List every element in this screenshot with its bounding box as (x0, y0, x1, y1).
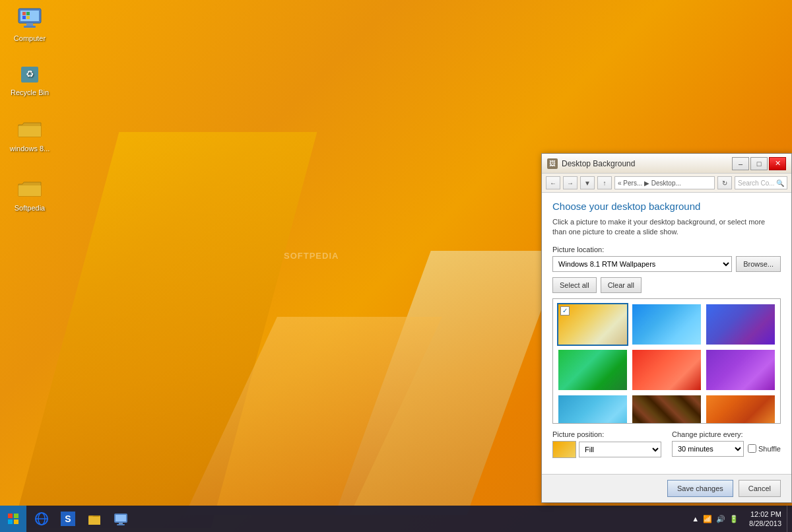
recycle-icon-label: Recycle Bin (11, 88, 49, 97)
desktop: SOFTPEDIA Computer ♻ Recycle Bin (0, 0, 792, 532)
title-bar-buttons: – □ ✕ (732, 157, 786, 170)
svg-rect-3 (24, 26, 36, 28)
wallpaper-thumb-5 (632, 350, 701, 390)
change-row: 30 minutes Shuffle (672, 441, 781, 457)
taskbar-items: S (26, 507, 686, 531)
up-button[interactable]: ↑ (597, 176, 612, 189)
show-desktop-button[interactable] (787, 506, 792, 532)
network-icon: 📶 (703, 515, 712, 523)
battery-icon: 🔋 (729, 515, 739, 523)
computer-icon-label: Computer (14, 34, 46, 43)
svg-rect-5 (26, 12, 30, 15)
dropdown-button[interactable]: ▼ (580, 176, 595, 189)
wallpaper-item-4[interactable] (557, 349, 628, 391)
desktop-icon-computer[interactable]: Computer (7, 5, 53, 43)
wallpaper-item-6[interactable] (705, 349, 776, 391)
address-input[interactable]: « Pers... ▶ Desktop... (614, 176, 715, 189)
address-bar: ← → ▼ ↑ « Pers... ▶ Desktop... ↻ Search … (542, 174, 791, 193)
wallpaper-thumb-2 (632, 304, 701, 345)
taskbar-item-skydrive[interactable]: S (55, 507, 81, 531)
cancel-button[interactable]: Cancel (739, 480, 781, 497)
tray-up-arrow[interactable]: ▲ (692, 515, 699, 523)
taskbar: S ▲ 📶 🔊 (0, 506, 792, 532)
taskbar-item-explorer[interactable] (82, 507, 107, 531)
search-placeholder: Search Co... (738, 180, 775, 187)
forward-button[interactable]: → (563, 176, 578, 189)
bottom-controls: Picture position: Fill Change picture ev… (552, 430, 781, 458)
svg-rect-11 (14, 514, 18, 518)
dialog-subtitle: Click a picture to make it your desktop … (552, 217, 781, 238)
clock-date: 8/28/2013 (749, 519, 781, 528)
svg-rect-2 (26, 23, 33, 26)
svg-rect-6 (22, 16, 26, 19)
svg-rect-12 (8, 519, 13, 524)
minimize-button[interactable]: – (732, 157, 749, 170)
wallpaper-thumb-9 (706, 395, 775, 424)
wallpaper-item-7[interactable] (557, 394, 628, 424)
svg-text:♻: ♻ (26, 69, 34, 79)
picture-location-select[interactable]: Windows 8.1 RTM Wallpapers (552, 256, 732, 272)
taskbar-item-ie[interactable] (29, 507, 54, 531)
browse-button[interactable]: Browse... (736, 256, 781, 272)
picture-position-label: Picture position: (552, 430, 661, 438)
rdp-icon (114, 512, 128, 526)
select-all-button[interactable]: Select all (552, 277, 597, 293)
svg-rect-10 (8, 514, 13, 518)
skydrive-icon: S (61, 512, 75, 526)
close-button[interactable]: ✕ (769, 157, 786, 170)
taskbar-clock[interactable]: 12:02 PM 8/28/2013 (744, 510, 787, 529)
save-changes-button[interactable]: Save changes (667, 480, 733, 497)
shuffle-label: Shuffle (748, 444, 781, 453)
desktop-icon-softpedia[interactable]: Softpedia (7, 175, 53, 213)
position-select[interactable]: Fill (579, 442, 661, 457)
windows-logo-icon (7, 513, 19, 525)
svg-rect-18 (88, 517, 100, 525)
clock-time: 12:02 PM (749, 510, 781, 519)
change-picture-section: Change picture every: 30 minutes Shuffle (672, 430, 781, 457)
wallpaper-item-5[interactable] (631, 349, 702, 391)
dialog-main-title: Choose your desktop background (552, 201, 781, 212)
picture-location-row: Windows 8.1 RTM Wallpapers Browse... (552, 256, 781, 272)
dialog-footer: Save changes Cancel (542, 474, 791, 502)
maximize-button[interactable]: □ (750, 157, 768, 170)
dialog-title-bar[interactable]: 🖼 Desktop Background – □ ✕ (542, 154, 791, 174)
wallpaper-item-1[interactable]: ✓ (557, 303, 628, 346)
back-button[interactable]: ← (546, 176, 560, 189)
select-clear-row: Select all Clear all (552, 277, 781, 293)
desktop-icon-windows8[interactable]: windows 8... (7, 116, 53, 153)
wallpaper-grid: ✓ (553, 299, 780, 424)
computer-icon (16, 5, 43, 32)
desktop-background-dialog: 🖼 Desktop Background – □ ✕ ← → ▼ ↑ « Per… (541, 153, 792, 503)
wallpaper-thumb-8 (632, 395, 701, 424)
wallpaper-thumb-6 (706, 350, 775, 390)
svg-rect-13 (14, 519, 18, 524)
wallpaper-item-9[interactable] (705, 394, 776, 424)
change-picture-label: Change picture every: (672, 430, 781, 438)
svg-rect-20 (116, 515, 126, 521)
windows8-icon-label: windows 8... (10, 145, 50, 153)
refresh-button[interactable]: ↻ (717, 176, 732, 189)
svg-rect-4 (22, 12, 26, 15)
taskbar-item-rdp[interactable] (108, 507, 133, 531)
dialog-main-content: Choose your desktop background Click a p… (542, 193, 791, 474)
wallpaper-item-2[interactable] (631, 303, 702, 346)
watermark: SOFTPEDIA (284, 251, 339, 261)
search-icon: 🔍 (776, 180, 784, 187)
wallpaper-grid-container[interactable]: ✓ (552, 298, 781, 424)
desktop-icon-recycle[interactable]: ♻ Recycle Bin (7, 59, 53, 97)
shuffle-checkbox[interactable] (748, 444, 756, 453)
ie-icon (34, 512, 49, 526)
svg-rect-22 (117, 524, 125, 525)
wallpaper-thumb-7 (558, 395, 627, 424)
dialog-icon: 🖼 (547, 158, 558, 169)
search-input[interactable]: Search Co... 🔍 (735, 176, 787, 189)
system-tray: ▲ 📶 🔊 🔋 (686, 515, 744, 523)
wallpaper-item-3[interactable] (705, 303, 776, 346)
wallpaper-item-8[interactable] (631, 394, 702, 424)
change-every-select[interactable]: 30 minutes (672, 441, 744, 457)
explorer-icon (87, 512, 102, 526)
start-button[interactable] (0, 506, 26, 532)
clear-all-button[interactable]: Clear all (601, 277, 642, 293)
volume-icon: 🔊 (716, 515, 725, 523)
wallpaper-checkbox-1[interactable]: ✓ (560, 306, 570, 316)
